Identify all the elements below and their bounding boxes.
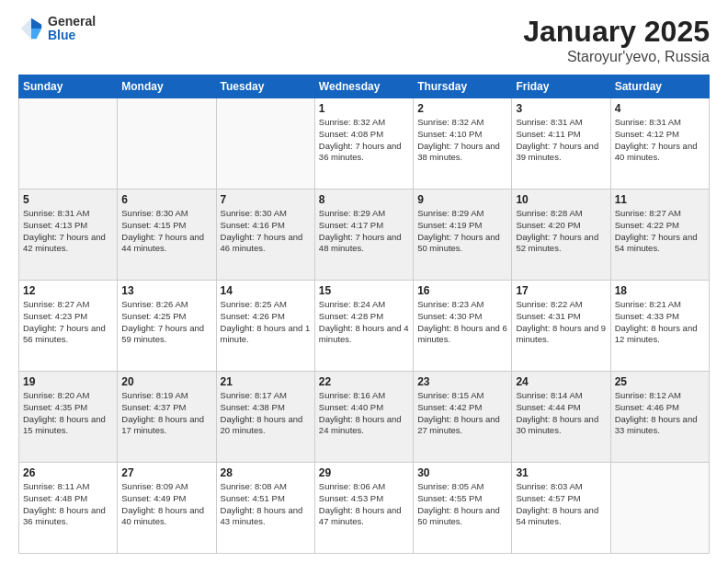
day-detail: Sunrise: 8:25 AM Sunset: 4:26 PM Dayligh…: [221, 299, 311, 346]
day-detail: Sunrise: 8:08 AM Sunset: 4:51 PM Dayligh…: [221, 481, 311, 528]
logo-blue: Blue: [48, 29, 96, 42]
calendar-cell: 16Sunrise: 8:23 AM Sunset: 4:30 PM Dayli…: [414, 281, 512, 372]
day-number: 30: [417, 466, 507, 479]
calendar-cell: 8Sunrise: 8:29 AM Sunset: 4:17 PM Daylig…: [314, 190, 413, 281]
day-number: 7: [221, 193, 311, 206]
day-detail: Sunrise: 8:11 AM Sunset: 4:48 PM Dayligh…: [23, 481, 113, 528]
calendar-cell: 12Sunrise: 8:27 AM Sunset: 4:23 PM Dayli…: [19, 281, 118, 372]
day-number: 25: [615, 375, 705, 388]
day-number: 20: [121, 375, 211, 388]
day-detail: Sunrise: 8:30 AM Sunset: 4:16 PM Dayligh…: [221, 208, 311, 255]
day-number: 11: [615, 193, 705, 206]
calendar-cell: 5Sunrise: 8:31 AM Sunset: 4:13 PM Daylig…: [19, 190, 118, 281]
calendar-cell: 9Sunrise: 8:29 AM Sunset: 4:19 PM Daylig…: [414, 190, 512, 281]
calendar-cell: 31Sunrise: 8:03 AM Sunset: 4:57 PM Dayli…: [512, 463, 610, 554]
day-number: 10: [516, 193, 606, 206]
page: General Blue January 2025 Staroyur'yevo,…: [0, 0, 728, 563]
calendar-cell: 21Sunrise: 8:17 AM Sunset: 4:38 PM Dayli…: [216, 372, 314, 463]
day-detail: Sunrise: 8:27 AM Sunset: 4:22 PM Dayligh…: [615, 208, 705, 255]
table-row: 5Sunrise: 8:31 AM Sunset: 4:13 PM Daylig…: [19, 190, 710, 281]
calendar-table: Sunday Monday Tuesday Wednesday Thursday…: [18, 75, 710, 554]
day-number: 2: [417, 102, 507, 115]
day-number: 15: [319, 284, 409, 297]
day-detail: Sunrise: 8:31 AM Sunset: 4:11 PM Dayligh…: [516, 117, 606, 164]
day-number: 5: [23, 193, 113, 206]
logo-general: General: [48, 15, 96, 29]
day-number: 6: [121, 193, 211, 206]
calendar-cell: 2Sunrise: 8:32 AM Sunset: 4:10 PM Daylig…: [414, 98, 512, 190]
day-detail: Sunrise: 8:32 AM Sunset: 4:08 PM Dayligh…: [319, 117, 409, 164]
day-detail: Sunrise: 8:19 AM Sunset: 4:37 PM Dayligh…: [121, 390, 211, 437]
day-detail: Sunrise: 8:30 AM Sunset: 4:15 PM Dayligh…: [121, 208, 211, 255]
calendar-title: January 2025: [523, 15, 710, 49]
calendar-cell: [118, 98, 216, 190]
calendar-cell: [19, 98, 118, 190]
day-number: 16: [417, 284, 507, 297]
col-sunday: Sunday: [19, 75, 118, 98]
day-detail: Sunrise: 8:26 AM Sunset: 4:25 PM Dayligh…: [121, 299, 211, 346]
day-detail: Sunrise: 8:24 AM Sunset: 4:28 PM Dayligh…: [319, 299, 409, 346]
day-detail: Sunrise: 8:21 AM Sunset: 4:33 PM Dayligh…: [615, 299, 705, 346]
day-number: 24: [516, 375, 606, 388]
calendar-cell: 25Sunrise: 8:12 AM Sunset: 4:46 PM Dayli…: [610, 372, 709, 463]
calendar-subtitle: Staroyur'yevo, Russia: [523, 49, 710, 65]
calendar-cell: 22Sunrise: 8:16 AM Sunset: 4:40 PM Dayli…: [314, 372, 413, 463]
day-detail: Sunrise: 8:05 AM Sunset: 4:55 PM Dayligh…: [417, 481, 507, 528]
calendar-header: Sunday Monday Tuesday Wednesday Thursday…: [19, 75, 710, 98]
col-friday: Friday: [512, 75, 610, 98]
day-number: 27: [121, 466, 211, 479]
day-number: 14: [221, 284, 311, 297]
col-tuesday: Tuesday: [216, 75, 314, 98]
day-number: 4: [615, 102, 705, 115]
day-detail: Sunrise: 8:23 AM Sunset: 4:30 PM Dayligh…: [417, 299, 507, 346]
svg-marker-2: [31, 18, 41, 29]
calendar-body: 1Sunrise: 8:32 AM Sunset: 4:08 PM Daylig…: [19, 98, 710, 554]
calendar-cell: 30Sunrise: 8:05 AM Sunset: 4:55 PM Dayli…: [414, 463, 512, 554]
calendar-cell: 20Sunrise: 8:19 AM Sunset: 4:37 PM Dayli…: [118, 372, 216, 463]
calendar-cell: 3Sunrise: 8:31 AM Sunset: 4:11 PM Daylig…: [512, 98, 610, 190]
calendar-cell: 29Sunrise: 8:06 AM Sunset: 4:53 PM Dayli…: [314, 463, 413, 554]
col-monday: Monday: [118, 75, 216, 98]
calendar-cell: 26Sunrise: 8:11 AM Sunset: 4:48 PM Dayli…: [19, 463, 118, 554]
day-number: 21: [221, 375, 311, 388]
day-number: 22: [319, 375, 409, 388]
day-detail: Sunrise: 8:17 AM Sunset: 4:38 PM Dayligh…: [221, 390, 311, 437]
logo-text: General Blue: [48, 15, 96, 43]
calendar-cell: 17Sunrise: 8:22 AM Sunset: 4:31 PM Dayli…: [512, 281, 610, 372]
calendar-cell: 13Sunrise: 8:26 AM Sunset: 4:25 PM Dayli…: [118, 281, 216, 372]
day-detail: Sunrise: 8:27 AM Sunset: 4:23 PM Dayligh…: [23, 299, 113, 346]
day-number: 26: [23, 466, 113, 479]
day-number: 23: [417, 375, 507, 388]
calendar-cell: 18Sunrise: 8:21 AM Sunset: 4:33 PM Dayli…: [610, 281, 709, 372]
calendar-cell: 14Sunrise: 8:25 AM Sunset: 4:26 PM Dayli…: [216, 281, 314, 372]
calendar-cell: 27Sunrise: 8:09 AM Sunset: 4:49 PM Dayli…: [118, 463, 216, 554]
day-number: 18: [615, 284, 705, 297]
calendar-cell: [216, 98, 314, 190]
day-number: 8: [319, 193, 409, 206]
col-thursday: Thursday: [414, 75, 512, 98]
calendar-cell: 24Sunrise: 8:14 AM Sunset: 4:44 PM Dayli…: [512, 372, 610, 463]
calendar-cell: 28Sunrise: 8:08 AM Sunset: 4:51 PM Dayli…: [216, 463, 314, 554]
day-detail: Sunrise: 8:16 AM Sunset: 4:40 PM Dayligh…: [319, 390, 409, 437]
day-number: 3: [516, 102, 606, 115]
day-detail: Sunrise: 8:12 AM Sunset: 4:46 PM Dayligh…: [615, 390, 705, 437]
calendar-cell: 19Sunrise: 8:20 AM Sunset: 4:35 PM Dayli…: [19, 372, 118, 463]
day-number: 17: [516, 284, 606, 297]
day-number: 12: [23, 284, 113, 297]
svg-marker-3: [31, 29, 41, 39]
day-detail: Sunrise: 8:29 AM Sunset: 4:17 PM Dayligh…: [319, 208, 409, 255]
day-number: 28: [221, 466, 311, 479]
day-detail: Sunrise: 8:32 AM Sunset: 4:10 PM Dayligh…: [417, 117, 507, 164]
day-detail: Sunrise: 8:14 AM Sunset: 4:44 PM Dayligh…: [516, 390, 606, 437]
weekday-row: Sunday Monday Tuesday Wednesday Thursday…: [19, 75, 710, 98]
calendar-cell: 1Sunrise: 8:32 AM Sunset: 4:08 PM Daylig…: [314, 98, 413, 190]
calendar-cell: 4Sunrise: 8:31 AM Sunset: 4:12 PM Daylig…: [610, 98, 709, 190]
calendar-cell: [610, 463, 709, 554]
calendar-cell: 11Sunrise: 8:27 AM Sunset: 4:22 PM Dayli…: [610, 190, 709, 281]
col-saturday: Saturday: [610, 75, 709, 98]
day-number: 13: [121, 284, 211, 297]
day-detail: Sunrise: 8:31 AM Sunset: 4:13 PM Dayligh…: [23, 208, 113, 255]
title-block: January 2025 Staroyur'yevo, Russia: [523, 15, 710, 65]
calendar-cell: 23Sunrise: 8:15 AM Sunset: 4:42 PM Dayli…: [414, 372, 512, 463]
day-detail: Sunrise: 8:29 AM Sunset: 4:19 PM Dayligh…: [417, 208, 507, 255]
